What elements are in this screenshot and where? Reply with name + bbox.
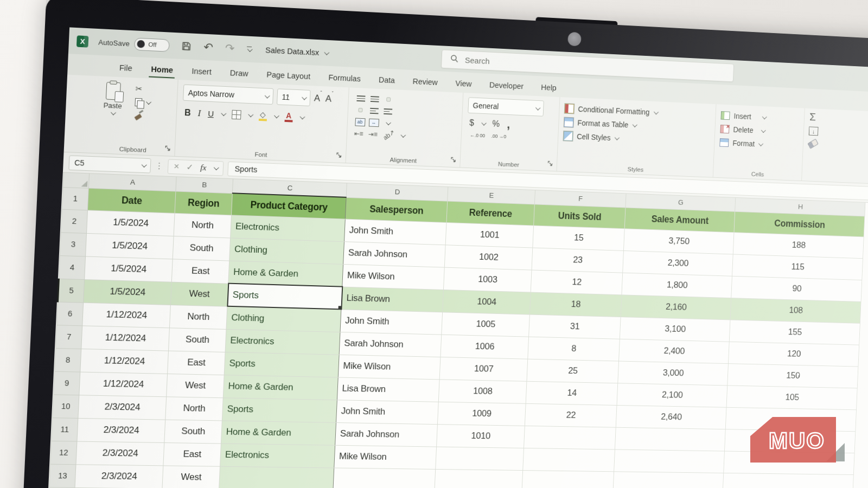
cell-B3[interactable]: South — [173, 236, 230, 260]
wrap-text-icon[interactable]: ab — [355, 118, 365, 126]
cell-H4[interactable]: 90 — [731, 276, 862, 301]
cell-G12[interactable] — [614, 449, 725, 472]
cell-C7[interactable]: Electronics — [225, 329, 340, 355]
font-color-chevron-icon[interactable] — [299, 114, 305, 119]
decrease-font-icon[interactable]: Aˇ — [325, 93, 333, 104]
cell-A3[interactable]: 1/5/2024 — [86, 233, 174, 259]
cell-C6[interactable]: Clothing — [226, 306, 341, 332]
align-top-icon[interactable] — [356, 95, 365, 101]
currency-chevron-icon[interactable] — [481, 120, 486, 125]
cell-G7[interactable]: 2,400 — [619, 339, 730, 363]
align-center-icon[interactable] — [370, 107, 379, 114]
borders-icon[interactable] — [232, 110, 241, 120]
cell-A13[interactable]: 2/3/2024 — [75, 464, 163, 488]
cell-C8[interactable]: Sports — [224, 352, 339, 377]
cell-H8[interactable]: 150 — [727, 363, 858, 388]
header-cell-B1[interactable]: Region — [175, 191, 232, 215]
row-header-3[interactable]: 3 — [60, 232, 86, 256]
italic-button[interactable]: I — [197, 108, 201, 118]
row-header-7[interactable]: 7 — [56, 325, 82, 349]
cell-A8[interactable]: 1/12/2024 — [80, 349, 169, 374]
cell-F4[interactable]: 12 — [531, 270, 622, 295]
cell-D8[interactable]: Mike Wilson — [338, 355, 441, 380]
cell-B13[interactable]: West — [162, 465, 220, 488]
cell-F2[interactable]: 15 — [533, 225, 624, 250]
row-header-1[interactable]: 1 — [62, 187, 88, 210]
cell-B10[interactable]: North — [165, 396, 224, 420]
row-header-10[interactable]: 10 — [53, 394, 79, 418]
cell-F7[interactable]: 8 — [528, 337, 620, 361]
cell-A12[interactable]: 2/3/2024 — [76, 441, 164, 466]
orientation-chevron-icon[interactable] — [400, 132, 406, 138]
header-cell-A1[interactable]: Date — [87, 188, 175, 213]
select-all-corner[interactable] — [63, 173, 89, 188]
cell-G6[interactable]: 3,100 — [620, 317, 730, 342]
tab-view[interactable]: View — [447, 75, 480, 93]
cell-D6[interactable]: John Smith — [340, 309, 443, 334]
cell-E13[interactable] — [435, 469, 523, 488]
name-box[interactable]: C5 — [68, 155, 151, 173]
fill-color-chevron-icon[interactable] — [274, 113, 279, 118]
tab-file[interactable]: File — [111, 59, 141, 78]
increase-font-icon[interactable]: Aˆ — [314, 93, 322, 104]
cell-F13[interactable] — [522, 470, 614, 488]
align-left-icon[interactable] — [358, 108, 362, 112]
decrease-decimal-icon[interactable]: .00 →0 — [491, 134, 506, 140]
percent-icon[interactable]: % — [492, 119, 500, 129]
cell-G9[interactable]: 2,100 — [617, 383, 727, 407]
cell-E5[interactable]: 1004 — [443, 290, 531, 314]
fill-down-icon[interactable]: ↓ — [809, 126, 819, 136]
cell-B4[interactable]: East — [171, 259, 229, 283]
align-right-icon[interactable] — [384, 108, 392, 114]
increase-indent-icon[interactable]: ⇥≡ — [368, 130, 378, 138]
cell-E3[interactable]: 1002 — [444, 245, 533, 269]
font-dialog-launcher-icon[interactable] — [336, 151, 342, 160]
currency-icon[interactable]: $ — [469, 118, 474, 128]
excel-app-icon[interactable]: X — [76, 35, 88, 47]
tab-insert[interactable]: Insert — [183, 62, 220, 81]
clipboard-dialog-launcher-icon[interactable] — [164, 144, 171, 154]
row-header-5[interactable]: 5 — [58, 279, 84, 303]
bold-button[interactable]: B — [184, 107, 191, 118]
cell-E10[interactable]: 1009 — [437, 402, 526, 426]
cell-E6[interactable]: 1005 — [442, 312, 530, 336]
cell-D3[interactable]: Sarah Johnson — [343, 241, 446, 267]
cell-D9[interactable]: Lisa Brown — [337, 377, 439, 401]
cell-A9[interactable]: 1/12/2024 — [79, 372, 168, 397]
cell-D7[interactable]: Sarah Johnson — [339, 332, 442, 357]
cell-B8[interactable]: East — [168, 351, 225, 375]
cell-C11[interactable]: Home & Garden — [221, 420, 336, 445]
cell-G13[interactable] — [613, 471, 724, 488]
row-header-9[interactable]: 9 — [54, 371, 80, 395]
font-color-icon[interactable]: A — [284, 112, 293, 123]
cell-F9[interactable]: 14 — [526, 381, 618, 405]
cell-F5[interactable]: 18 — [529, 292, 622, 317]
cell-A5[interactable]: 1/5/2024 — [84, 279, 172, 305]
cell-H6[interactable]: 155 — [729, 319, 860, 344]
tab-home[interactable]: Home — [142, 61, 182, 80]
paste-button[interactable]: Paste — [96, 81, 128, 153]
cell-B12[interactable]: East — [163, 442, 221, 466]
cell-A11[interactable]: 2/3/2024 — [77, 418, 165, 442]
align-middle-icon[interactable] — [371, 96, 379, 102]
cell-E2[interactable]: 1001 — [445, 222, 534, 248]
cell-G11[interactable] — [615, 427, 725, 451]
cell-A7[interactable]: 1/12/2024 — [81, 325, 170, 350]
cell-F10[interactable]: 22 — [525, 403, 617, 427]
underline-button[interactable]: U — [208, 109, 214, 119]
cell-G4[interactable]: 1,800 — [622, 273, 732, 298]
cell-E11[interactable]: 1010 — [437, 424, 525, 448]
borders-chevron-icon[interactable] — [248, 112, 253, 117]
cell-E9[interactable]: 1008 — [438, 379, 527, 403]
orientation-icon[interactable]: ab↗ — [382, 128, 396, 142]
cell-F6[interactable]: 31 — [529, 314, 621, 339]
cell-C13[interactable] — [219, 466, 334, 488]
cell-H5[interactable]: 108 — [730, 298, 861, 323]
cell-C9[interactable]: Home & Garden — [223, 375, 338, 400]
font-size-select[interactable]: 11 — [277, 88, 311, 106]
cell-B7[interactable]: South — [169, 328, 226, 352]
cell-C12[interactable]: Electronics — [220, 444, 335, 468]
cell-C10[interactable]: Sports — [222, 397, 337, 422]
cell-B5[interactable]: West — [170, 282, 228, 306]
format-painter-icon[interactable] — [134, 111, 143, 120]
